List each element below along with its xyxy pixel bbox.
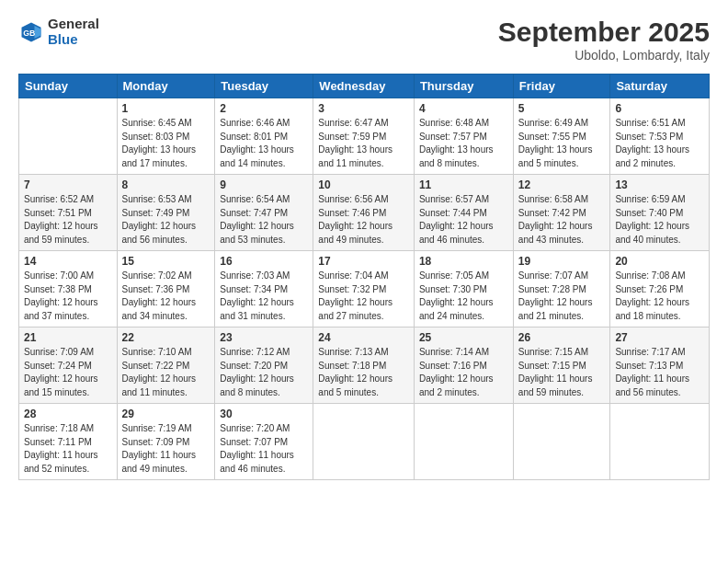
day-number: 15: [122, 255, 210, 268]
day-number: 9: [220, 178, 308, 191]
day-number: 2: [220, 102, 308, 115]
day-info: Sunrise: 7:12 AM Sunset: 7:20 PM Dayligh…: [220, 346, 308, 399]
day-cell: 5Sunrise: 6:49 AM Sunset: 7:55 PM Daylig…: [513, 98, 610, 175]
col-header-thursday: Thursday: [414, 75, 513, 98]
day-number: 10: [318, 178, 409, 191]
col-header-tuesday: Tuesday: [215, 75, 313, 98]
day-cell: [414, 404, 513, 480]
day-cell: 25Sunrise: 7:14 AM Sunset: 7:16 PM Dayli…: [414, 327, 513, 404]
col-header-monday: Monday: [117, 75, 215, 98]
logo-general: General: [48, 17, 99, 32]
day-cell: 27Sunrise: 7:17 AM Sunset: 7:13 PM Dayli…: [610, 327, 710, 404]
day-number: 1: [122, 102, 210, 115]
day-number: 21: [24, 331, 112, 344]
day-info: Sunrise: 7:04 AM Sunset: 7:32 PM Dayligh…: [318, 270, 409, 323]
day-info: Sunrise: 7:00 AM Sunset: 7:38 PM Dayligh…: [24, 270, 112, 323]
day-number: 17: [318, 255, 409, 268]
day-info: Sunrise: 6:58 AM Sunset: 7:42 PM Dayligh…: [518, 193, 606, 247]
day-cell: 12Sunrise: 6:58 AM Sunset: 7:42 PM Dayli…: [513, 175, 610, 251]
day-cell: 8Sunrise: 6:53 AM Sunset: 7:49 PM Daylig…: [117, 175, 215, 251]
day-number: 7: [24, 178, 112, 191]
header: GB General Blue September 2025 Uboldo, L…: [18, 17, 710, 63]
day-number: 14: [24, 255, 112, 268]
day-info: Sunrise: 6:47 AM Sunset: 7:59 PM Dayligh…: [318, 117, 409, 170]
day-number: 13: [615, 178, 704, 191]
day-info: Sunrise: 6:59 AM Sunset: 7:40 PM Dayligh…: [615, 193, 704, 247]
month-title: September 2025: [498, 17, 710, 48]
day-number: 23: [220, 331, 308, 344]
day-info: Sunrise: 7:10 AM Sunset: 7:22 PM Dayligh…: [122, 346, 210, 399]
day-number: 18: [419, 255, 508, 268]
day-cell: 9Sunrise: 6:54 AM Sunset: 7:47 PM Daylig…: [215, 175, 313, 251]
day-info: Sunrise: 6:48 AM Sunset: 7:57 PM Dayligh…: [419, 117, 508, 170]
calendar-table: SundayMondayTuesdayWednesdayThursdayFrid…: [18, 74, 710, 480]
day-cell: 21Sunrise: 7:09 AM Sunset: 7:24 PM Dayli…: [19, 327, 118, 404]
logo-icon: GB: [18, 19, 44, 45]
day-cell: 10Sunrise: 6:56 AM Sunset: 7:46 PM Dayli…: [313, 175, 415, 251]
day-cell: 18Sunrise: 7:05 AM Sunset: 7:30 PM Dayli…: [414, 251, 513, 327]
day-info: Sunrise: 7:14 AM Sunset: 7:16 PM Dayligh…: [419, 346, 508, 399]
day-info: Sunrise: 6:56 AM Sunset: 7:46 PM Dayligh…: [318, 193, 409, 247]
day-cell: 17Sunrise: 7:04 AM Sunset: 7:32 PM Dayli…: [313, 251, 415, 327]
day-number: 4: [419, 102, 508, 115]
day-cell: 3Sunrise: 6:47 AM Sunset: 7:59 PM Daylig…: [313, 98, 415, 175]
day-cell: 4Sunrise: 6:48 AM Sunset: 7:57 PM Daylig…: [414, 98, 513, 175]
day-info: Sunrise: 6:49 AM Sunset: 7:55 PM Dayligh…: [518, 117, 606, 170]
day-cell: 11Sunrise: 6:57 AM Sunset: 7:44 PM Dayli…: [414, 175, 513, 251]
day-number: 24: [318, 331, 409, 344]
day-cell: 13Sunrise: 6:59 AM Sunset: 7:40 PM Dayli…: [610, 175, 710, 251]
day-number: 12: [518, 178, 606, 191]
day-cell: 7Sunrise: 6:52 AM Sunset: 7:51 PM Daylig…: [19, 175, 118, 251]
day-cell: 28Sunrise: 7:18 AM Sunset: 7:11 PM Dayli…: [19, 404, 118, 480]
day-cell: 6Sunrise: 6:51 AM Sunset: 7:53 PM Daylig…: [610, 98, 710, 175]
day-number: 20: [615, 255, 704, 268]
day-number: 30: [220, 408, 308, 420]
day-info: Sunrise: 7:02 AM Sunset: 7:36 PM Dayligh…: [122, 270, 210, 323]
logo-blue: Blue: [48, 32, 99, 48]
svg-text:GB: GB: [23, 28, 35, 37]
day-info: Sunrise: 7:09 AM Sunset: 7:24 PM Dayligh…: [24, 346, 112, 399]
day-info: Sunrise: 7:18 AM Sunset: 7:11 PM Dayligh…: [24, 422, 112, 476]
day-info: Sunrise: 6:51 AM Sunset: 7:53 PM Dayligh…: [615, 117, 704, 170]
day-cell: 19Sunrise: 7:07 AM Sunset: 7:28 PM Dayli…: [513, 251, 610, 327]
day-info: Sunrise: 6:45 AM Sunset: 8:03 PM Dayligh…: [122, 117, 210, 170]
day-info: Sunrise: 6:53 AM Sunset: 7:49 PM Dayligh…: [122, 193, 210, 247]
day-info: Sunrise: 7:05 AM Sunset: 7:30 PM Dayligh…: [419, 270, 508, 323]
day-number: 6: [615, 102, 704, 115]
day-number: 3: [318, 102, 409, 115]
day-info: Sunrise: 7:08 AM Sunset: 7:26 PM Dayligh…: [615, 270, 704, 323]
col-header-friday: Friday: [513, 75, 610, 98]
col-header-sunday: Sunday: [19, 75, 118, 98]
day-number: 25: [419, 331, 508, 344]
day-cell: 1Sunrise: 6:45 AM Sunset: 8:03 PM Daylig…: [117, 98, 215, 175]
day-number: 22: [122, 331, 210, 344]
day-cell: 29Sunrise: 7:19 AM Sunset: 7:09 PM Dayli…: [117, 404, 215, 480]
day-cell: 26Sunrise: 7:15 AM Sunset: 7:15 PM Dayli…: [513, 327, 610, 404]
day-cell: 14Sunrise: 7:00 AM Sunset: 7:38 PM Dayli…: [19, 251, 118, 327]
day-info: Sunrise: 6:54 AM Sunset: 7:47 PM Dayligh…: [220, 193, 308, 247]
week-row-3: 14Sunrise: 7:00 AM Sunset: 7:38 PM Dayli…: [19, 251, 710, 327]
calendar-header-row: SundayMondayTuesdayWednesdayThursdayFrid…: [19, 75, 710, 98]
day-number: 8: [122, 178, 210, 191]
week-row-5: 28Sunrise: 7:18 AM Sunset: 7:11 PM Dayli…: [19, 404, 710, 480]
col-header-saturday: Saturday: [610, 75, 710, 98]
day-cell: [313, 404, 415, 480]
day-info: Sunrise: 7:17 AM Sunset: 7:13 PM Dayligh…: [615, 346, 704, 399]
col-header-wednesday: Wednesday: [313, 75, 415, 98]
day-cell: [513, 404, 610, 480]
day-cell: 2Sunrise: 6:46 AM Sunset: 8:01 PM Daylig…: [215, 98, 313, 175]
day-cell: 24Sunrise: 7:13 AM Sunset: 7:18 PM Dayli…: [313, 327, 415, 404]
day-cell: 15Sunrise: 7:02 AM Sunset: 7:36 PM Dayli…: [117, 251, 215, 327]
day-info: Sunrise: 7:20 AM Sunset: 7:07 PM Dayligh…: [220, 422, 308, 476]
location: Uboldo, Lombardy, Italy: [498, 48, 710, 63]
day-info: Sunrise: 7:15 AM Sunset: 7:15 PM Dayligh…: [518, 346, 606, 399]
page: GB General Blue September 2025 Uboldo, L…: [0, 0, 728, 563]
day-info: Sunrise: 6:46 AM Sunset: 8:01 PM Dayligh…: [220, 117, 308, 170]
title-block: September 2025 Uboldo, Lombardy, Italy: [498, 17, 710, 63]
day-info: Sunrise: 6:52 AM Sunset: 7:51 PM Dayligh…: [24, 193, 112, 247]
day-number: 27: [615, 331, 704, 344]
logo-text: General Blue: [48, 17, 99, 47]
day-number: 5: [518, 102, 606, 115]
day-info: Sunrise: 6:57 AM Sunset: 7:44 PM Dayligh…: [419, 193, 508, 247]
week-row-2: 7Sunrise: 6:52 AM Sunset: 7:51 PM Daylig…: [19, 175, 710, 251]
